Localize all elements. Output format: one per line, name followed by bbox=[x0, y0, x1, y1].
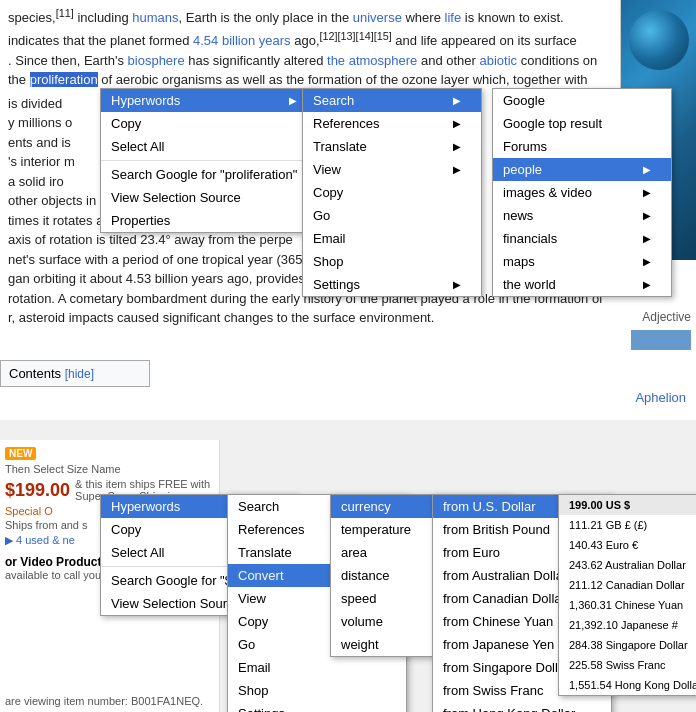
menu-item-shop-top2[interactable]: Shop bbox=[303, 250, 481, 273]
result-value: 199.00 US $ bbox=[559, 495, 696, 515]
menu-item-go-top2[interactable]: Go bbox=[303, 204, 481, 227]
result-jpy[interactable]: 21,392.10 Japanese # bbox=[559, 615, 696, 635]
menu-item-images-video[interactable]: images & video ▶ bbox=[493, 181, 671, 204]
highlighted-word: proliferation bbox=[30, 72, 98, 87]
contents-box: Contents [hide] bbox=[0, 360, 150, 387]
menu-item-financials[interactable]: financials ▶ bbox=[493, 227, 671, 250]
menu-item-news[interactable]: news ▶ bbox=[493, 204, 671, 227]
menu-item-shop-bot2[interactable]: Shop bbox=[228, 679, 406, 702]
menu-item-view-top2[interactable]: View ▶ bbox=[303, 158, 481, 181]
menu-item-select-all-top1[interactable]: Select All bbox=[101, 135, 317, 158]
result-chf[interactable]: 225.58 Swiss Franc bbox=[559, 655, 696, 675]
menu-item-translate-top2[interactable]: Translate ▶ bbox=[303, 135, 481, 158]
result-eur[interactable]: 140.43 Euro € bbox=[559, 535, 696, 555]
menu-item-settings-bot2[interactable]: Settings bbox=[228, 702, 406, 712]
menu-item-google[interactable]: Google bbox=[493, 89, 671, 112]
hide-link[interactable]: [hide] bbox=[65, 367, 94, 381]
color-bar bbox=[631, 330, 691, 350]
menu-item-people[interactable]: people ▶ bbox=[493, 158, 671, 181]
menu-item-settings-top2[interactable]: Settings ▶ bbox=[303, 273, 481, 296]
menu-item-view-source-top1[interactable]: View Selection Source bbox=[101, 186, 317, 209]
menu-item-forums[interactable]: Forums bbox=[493, 135, 671, 158]
menu-item-search-top2[interactable]: Search ▶ bbox=[303, 89, 481, 112]
item-number: are viewing item number: B001FA1NEQ. bbox=[5, 695, 203, 707]
menu-item-references-top2[interactable]: References ▶ bbox=[303, 112, 481, 135]
result-aud[interactable]: 243.62 Australian Dollar bbox=[559, 555, 696, 575]
context-menu-level1-top: Hyperwords ▶ Copy Select All Search Goog… bbox=[100, 88, 318, 233]
menu-item-the-world[interactable]: the world ▶ bbox=[493, 273, 671, 296]
context-menu-level2-top: Search ▶ References ▶ Translate ▶ View ▶… bbox=[302, 88, 482, 297]
aphelion-link[interactable]: Aphelion bbox=[635, 390, 686, 405]
menu-item-copy-top2[interactable]: Copy bbox=[303, 181, 481, 204]
adjective-label: Adjective bbox=[642, 310, 691, 324]
result-gbp[interactable]: 111.21 GB £ (£) bbox=[559, 515, 696, 535]
menu-item-copy-top1[interactable]: Copy bbox=[101, 112, 317, 135]
price-display: $199.00 bbox=[5, 480, 70, 501]
result-cny[interactable]: 1,360.31 Chinese Yuan bbox=[559, 595, 696, 615]
menu-item-hyperwords[interactable]: Hyperwords ▶ bbox=[101, 89, 317, 112]
result-cad[interactable]: 211.12 Canadian Dollar bbox=[559, 575, 696, 595]
result-sgd[interactable]: 284.38 Singapore Dollar bbox=[559, 635, 696, 655]
size-label[interactable]: Then Select Size Name bbox=[5, 463, 214, 475]
new-badge: NEW bbox=[5, 447, 36, 460]
menu-item-maps[interactable]: maps ▶ bbox=[493, 250, 671, 273]
context-menu-level3-top: Google Google top result Forums people ▶… bbox=[492, 88, 672, 297]
menu-item-email-bot2[interactable]: Email bbox=[228, 656, 406, 679]
menu-item-properties-top1[interactable]: Properties bbox=[101, 209, 317, 232]
menu-item-google-top-result[interactable]: Google top result bbox=[493, 112, 671, 135]
menu-item-email-top2[interactable]: Email bbox=[303, 227, 481, 250]
result-hkd[interactable]: 1,551.54 Hong Kong Dollar bbox=[559, 675, 696, 695]
menu-item-search-google-top1[interactable]: Search Google for "proliferation" bbox=[101, 163, 317, 186]
menu-item-from-hkd[interactable]: from Hong Kong Dollar bbox=[433, 702, 611, 712]
context-menu-level5-bot: 199.00 US $ 111.21 GB £ (£) 140.43 Euro … bbox=[558, 494, 696, 696]
